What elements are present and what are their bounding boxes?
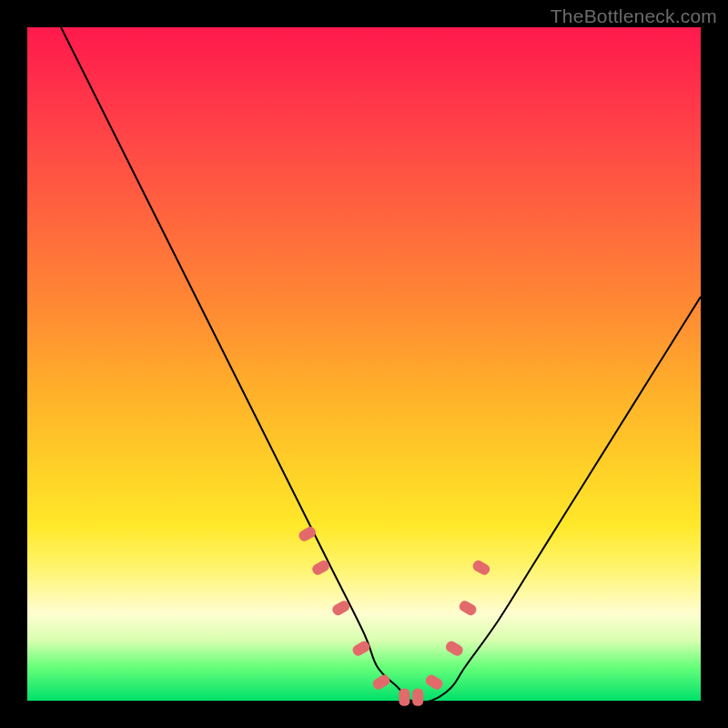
bottleneck-curve: [61, 27, 701, 703]
highlight-dot: [399, 689, 410, 706]
highlight-dot: [458, 599, 479, 617]
highlight-dot: [444, 640, 465, 658]
watermark-label: TheBottleneck.com: [551, 5, 717, 27]
highlight-dot: [471, 559, 492, 577]
chart-svg: [27, 27, 701, 701]
chart-frame: TheBottleneck.com: [0, 0, 728, 728]
highlight-dot: [297, 525, 318, 543]
highlight-dot: [424, 673, 445, 692]
plot-area: [27, 27, 701, 701]
highlight-dot: [371, 673, 392, 692]
highlight-dot: [412, 689, 423, 706]
highlight-dots: [297, 525, 491, 706]
